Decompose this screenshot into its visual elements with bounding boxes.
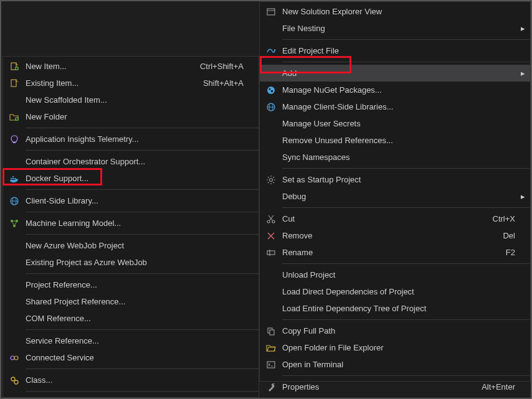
leftMenu-item-com-reference[interactable]: COM Reference... <box>3 310 259 327</box>
docker-icon <box>3 174 26 184</box>
menu-item-label: Load Entire Dependency Tree of Project <box>282 304 515 313</box>
rightMenu-item-new-solution-explorer-view[interactable]: New Solution Explorer View <box>260 3 530 20</box>
rightMenu-item-debug[interactable]: Debug▸ <box>260 188 530 205</box>
menu-item-label: Open Folder in File Explorer <box>282 343 515 352</box>
leftMenu-item-machine-learning-model[interactable]: Machine Learning Model... <box>3 215 259 232</box>
svg-point-29 <box>270 178 273 181</box>
svg-rect-25 <box>271 90 273 92</box>
svg-rect-6 <box>12 178 14 179</box>
ml-icon <box>3 218 26 228</box>
menu-item-label: Copy Full Path <box>282 326 515 336</box>
rightMenu-item-remove-unused-references[interactable]: Remove Unused References... <box>260 132 530 149</box>
leftMenu-item-new-scaffolded-item[interactable]: New Scaffolded Item... <box>3 92 259 108</box>
menu-item-label: New Solution Explorer View <box>282 7 515 16</box>
rightMenu-item-set-as-startup-project[interactable]: Set as Startup Project <box>260 171 530 188</box>
leftMenu-item-class[interactable]: Class... <box>3 372 259 388</box>
submenu-arrow-icon: ▸ <box>515 68 525 78</box>
menu-item-label: New Azure WebJob Project <box>26 241 244 250</box>
menu-separator <box>282 62 530 62</box>
copy-icon <box>260 326 282 336</box>
svg-rect-40 <box>267 362 275 368</box>
rightMenu-item-load-direct-dependencies-of-project[interactable]: Load Direct Dependencies of Project <box>260 283 530 300</box>
leftMenu-item-existing-project-as-azure-webjob[interactable]: Existing Project as Azure WebJob <box>3 254 259 271</box>
rightMenu-item-rename[interactable]: RenameF2 <box>260 244 530 261</box>
leftMenu-item-existing-item[interactable]: Existing Item...Shift+Alt+A <box>3 75 259 92</box>
menu-item-shortcut: Ctrl+X <box>480 214 515 223</box>
rightMenu-item-unload-project[interactable]: Unload Project <box>260 266 530 283</box>
svg-rect-36 <box>267 251 275 255</box>
leftMenu-item-service-reference[interactable]: Service Reference... <box>3 332 259 349</box>
menu-item-label: Debug <box>282 192 515 201</box>
leftMenu-item-new-folder[interactable]: New Folder <box>3 108 259 125</box>
menu-item-label: Application Insights Telemetry... <box>26 134 244 144</box>
class-icon <box>3 375 26 385</box>
rightMenu-item-file-nesting[interactable]: File Nesting▸ <box>260 20 530 37</box>
menu-item-label: Remove Unused References... <box>282 136 515 145</box>
solution-view-icon <box>260 7 282 17</box>
leftMenu-item-shared-project-reference[interactable]: Shared Project Reference... <box>3 293 259 310</box>
menu-item-label: Properties <box>282 382 469 392</box>
menu-separator <box>282 207 530 208</box>
rightMenu-item-open-in-terminal[interactable]: Open in Terminal <box>260 356 530 373</box>
menu-item-label: Existing Project as Azure WebJob <box>26 258 244 267</box>
rightMenu-item-load-entire-dependency-tree-of-project[interactable]: Load Entire Dependency Tree of Project <box>260 300 530 317</box>
menu-item-label: Edit Project File <box>282 46 515 55</box>
folder-open-icon <box>260 343 282 353</box>
menu-separator <box>26 329 259 330</box>
context-menu-panel: New Solution Explorer ViewFile Nesting▸E… <box>259 1 531 382</box>
leftMenu-item-new-item[interactable]: New Item...Ctrl+Shift+A <box>3 58 259 75</box>
rightMenu-item-remove[interactable]: RemoveDel <box>260 227 530 244</box>
menu-item-label: Container Orchestrator Support... <box>26 157 244 166</box>
gear-icon <box>260 175 282 185</box>
leftMenu-item-new-editorconfig[interactable]: New EditorConfig <box>3 394 259 399</box>
leftMenu-item-docker-support[interactable]: Docker Support... <box>3 170 259 187</box>
leftMenu-item-application-insights-telemetry[interactable]: Application Insights Telemetry... <box>3 131 259 148</box>
terminal-icon <box>260 360 282 370</box>
rightMenu-item-cut[interactable]: CutCtrl+X <box>260 210 530 227</box>
menu-item-label: Docker Support... <box>26 174 244 183</box>
leftMenu-item-container-orchestrator-support[interactable]: Container Orchestrator Support... <box>3 153 259 170</box>
menu-item-label: File Nesting <box>282 24 515 33</box>
leftMenu-item-client-side-library[interactable]: Client-Side Library... <box>3 192 259 209</box>
leftMenu-item-project-reference[interactable]: Project Reference... <box>3 276 259 293</box>
menu-separator <box>26 128 259 128</box>
menu-separator <box>26 273 259 274</box>
submenu-arrow-icon: ▸ <box>515 192 525 201</box>
menu-item-shortcut: Ctrl+Shift+A <box>188 62 244 71</box>
nuget-icon <box>260 85 282 95</box>
app-insights-icon <box>3 134 26 144</box>
rightMenu-item-sync-namespaces[interactable]: Sync Namespaces <box>260 149 530 166</box>
new-item-icon <box>3 62 26 72</box>
menu-item-label: New Scaffolded Item... <box>26 95 244 105</box>
rightMenu-item-manage-nuget-packages[interactable]: Manage NuGet Packages... <box>260 82 530 98</box>
rightMenu-item-edit-project-file[interactable]: Edit Project File <box>260 42 530 59</box>
menu-separator <box>282 319 530 320</box>
add-submenu-panel: New Item...Ctrl+Shift+AExisting Item...S… <box>2 56 259 398</box>
menu-item-label: Existing Item... <box>26 78 191 88</box>
svg-line-19 <box>14 380 15 381</box>
menu-item-shortcut: Shift+Alt+A <box>191 78 244 88</box>
leftMenu-item-new-azure-webjob-project[interactable]: New Azure WebJob Project <box>3 237 259 254</box>
menu-item-label: Shared Project Reference... <box>26 297 244 306</box>
menu-separator <box>26 212 259 212</box>
menu-separator <box>26 234 259 235</box>
edit-icon <box>260 46 282 56</box>
rightMenu-item-add[interactable]: Add▸ <box>260 65 530 82</box>
menu-item-label: Project Reference... <box>26 280 244 289</box>
submenu-arrow-icon: ▸ <box>515 24 525 33</box>
menu-item-label: Client-Side Library... <box>26 196 244 205</box>
rightMenu-item-open-folder-in-file-explorer[interactable]: Open Folder in File Explorer <box>260 339 530 356</box>
menu-item-label: Connected Service <box>26 353 244 362</box>
rightMenu-item-manage-user-secrets[interactable]: Manage User Secrets <box>260 115 530 132</box>
rightMenu-item-manage-client-side-libraries[interactable]: Manage Client-Side Libraries... <box>260 98 530 115</box>
menu-item-label: Load Direct Dependencies of Project <box>282 287 515 296</box>
menu-item-label: Add <box>282 68 515 78</box>
rightMenu-item-copy-full-path[interactable]: Copy Full Path <box>260 322 530 339</box>
menu-item-label: Unload Project <box>282 270 515 279</box>
cut-icon <box>260 214 282 224</box>
leftMenu-item-connected-service[interactable]: Connected Service <box>3 349 259 366</box>
menu-item-label: New Folder <box>26 112 244 121</box>
new-folder-icon <box>3 112 26 122</box>
rightMenu-item-properties[interactable]: PropertiesAlt+Enter <box>260 378 530 395</box>
svg-point-16 <box>14 356 18 360</box>
